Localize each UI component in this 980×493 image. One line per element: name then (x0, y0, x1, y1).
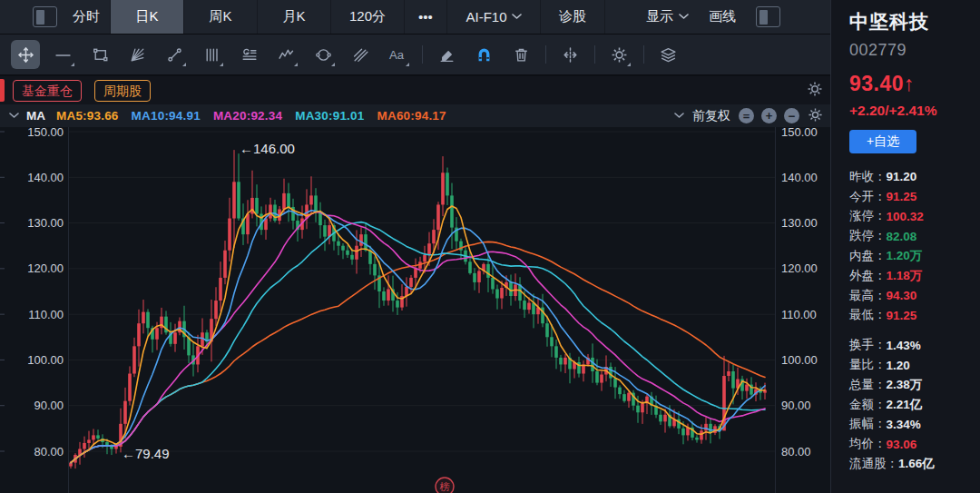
layers-tool-icon[interactable] (653, 40, 682, 69)
candle-body (663, 415, 667, 422)
candle-body (155, 328, 159, 340)
zoom-reset-button[interactable]: = (739, 108, 754, 123)
stat-label: 量比： (849, 357, 887, 373)
candle-body (219, 278, 222, 301)
tab-strip: 分时日K周K月K120分•••AI-F10诊股 (63, 0, 605, 34)
left-panel-toggle-icon[interactable] (33, 6, 57, 27)
candle-body (146, 312, 150, 329)
candle-body (595, 371, 599, 383)
price-annotation: ←146.00 (240, 141, 295, 156)
ma-settings-gear-icon[interactable] (808, 107, 823, 125)
stat-value: 1.43% (887, 339, 921, 352)
tab-label: 月K (282, 8, 305, 25)
candle-body (246, 214, 250, 235)
rectangle-tool-icon[interactable] (85, 40, 114, 69)
ma-legend-item[interactable]: MA10:94.91 (132, 109, 201, 123)
ma-legend-item[interactable]: MA60:94.17 (377, 109, 446, 123)
tab-fenshi[interactable]: 分时 (63, 0, 111, 34)
stat-row: 金额：2.21亿 (849, 395, 980, 415)
stock-tag[interactable]: 周期股 (94, 80, 151, 102)
tab-label: 分时 (73, 8, 100, 25)
wave-tool-icon[interactable] (271, 40, 300, 69)
y-axis-label-right: 80.00 (781, 445, 811, 458)
adjust-chevron-icon[interactable] (674, 113, 684, 119)
candle-body (382, 291, 386, 301)
magnet-tool-icon[interactable] (469, 40, 498, 69)
tab-more-periods[interactable]: ••• (405, 0, 447, 34)
ma-right-controls: 前复权 =+− (674, 107, 823, 125)
pitchfork-tool-icon[interactable] (346, 40, 375, 69)
candle-body (659, 415, 662, 422)
candle-body (432, 230, 436, 243)
stock-tag[interactable]: 基金重仓 (13, 80, 82, 102)
candle-body (491, 278, 495, 290)
candle-body (427, 243, 431, 255)
zoom-in-button[interactable]: + (761, 108, 777, 123)
vertical-lines-tool-icon[interactable] (197, 40, 226, 69)
y-axis-label-left: 80.00 (34, 445, 64, 458)
candle-body (436, 204, 440, 230)
dropdown-corner-icon (220, 63, 223, 66)
stat-label: 换手： (849, 337, 887, 353)
eraser-tool-icon[interactable] (432, 40, 461, 69)
zoom-out-button[interactable]: − (784, 108, 799, 123)
trend-line-tool-icon[interactable] (48, 40, 77, 69)
ma-legend-row: MA MA5:93.66MA10:94.91MA20:92.34MA30:91.… (0, 104, 830, 127)
y-axis-label-left: 110.00 (28, 308, 64, 321)
stat-value: 1.18万 (887, 268, 923, 284)
add-watchlist-button[interactable]: +自选 (849, 130, 916, 153)
stat-row: 涨停：100.32 (849, 207, 980, 227)
svg-text:Aa: Aa (389, 48, 405, 62)
ma-legend-item[interactable]: MA20:92.34 (213, 109, 282, 123)
ma-legend-item[interactable]: MA5:93.66 (56, 109, 119, 123)
stat-label: 最高： (849, 288, 887, 304)
tab-monthly-k[interactable]: 月K (258, 0, 331, 34)
candle-body (450, 195, 454, 227)
ma-items: MA5:93.66MA10:94.91MA20:92.34MA30:91.01M… (56, 109, 459, 123)
candlestick-chart[interactable]: 80.0080.0090.0090.00100.00100.00110.0011… (0, 127, 830, 493)
dropdown-corner-icon (406, 63, 409, 66)
candle-body (214, 301, 218, 319)
gann-box-tool-icon[interactable] (234, 40, 263, 69)
ma-legend-item[interactable]: MA30:91.01 (295, 109, 364, 123)
tab-label: AI-F10 (466, 9, 506, 25)
last-price: 93.40↑ (849, 72, 980, 96)
measure-tool-icon[interactable] (160, 40, 189, 69)
topbar-draw-line-label: 画线 (709, 8, 736, 25)
tab-120min[interactable]: 120分 (331, 0, 405, 34)
gann-fan-tool-icon[interactable] (122, 40, 152, 69)
settings-tool-icon[interactable] (604, 40, 633, 69)
candle-body (441, 173, 445, 204)
candle-body (223, 251, 227, 278)
candle-body (550, 337, 554, 346)
stat-row: 换手：1.43% (849, 335, 980, 355)
candle-body (527, 303, 531, 311)
tab-daily-k[interactable]: 日K (111, 0, 184, 34)
price-annotation: ←79.49 (122, 446, 170, 461)
tab-zhengu[interactable]: 诊股 (541, 0, 605, 34)
text-tool-icon[interactable]: Aa (383, 40, 412, 69)
dropdown-corner-icon (71, 63, 74, 66)
trash-tool-icon[interactable] (506, 40, 535, 69)
tab-weekly-k[interactable]: 周K (184, 0, 258, 34)
topbar-display[interactable]: 显示 (646, 8, 689, 25)
candle-body (423, 255, 426, 262)
split-adjust-tool-icon[interactable] (555, 40, 584, 69)
toolbar-divider (643, 45, 644, 64)
topbar-draw-line[interactable]: 画线 (709, 8, 736, 25)
circle-tool-icon[interactable] (309, 40, 338, 69)
ma-collapse-chevron-icon[interactable] (9, 113, 19, 119)
right-panel-toggle-icon[interactable] (756, 6, 780, 27)
candle-body (627, 393, 631, 401)
tab-ai-f10[interactable]: AI-F10 (447, 0, 541, 34)
move-tool-icon[interactable] (11, 40, 40, 69)
stat-value: 2.38万 (887, 377, 923, 393)
candle-body (350, 255, 354, 260)
price-adjust-mode[interactable]: 前复权 (692, 108, 730, 124)
tags-settings-gear-icon[interactable] (807, 81, 823, 101)
candle-body (695, 438, 699, 440)
quote-panel: 中坚科技 002779 93.40↑ +2.20/+2.41% +自选 昨收：9… (830, 0, 980, 493)
stock-code: 002779 (849, 41, 980, 60)
candle-body (341, 246, 345, 251)
candle-body (523, 301, 526, 310)
